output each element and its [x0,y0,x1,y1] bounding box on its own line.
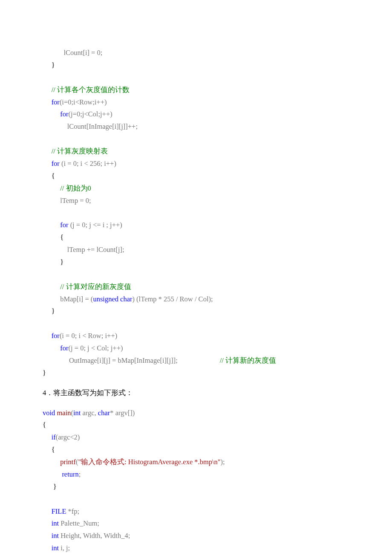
code-block-2: void main(int argc, char* argv[]) { if(a… [43,407,349,555]
code-line: *fp; [66,507,79,515]
code-type: FILE [52,507,66,515]
code-keyword: char [120,295,132,303]
code-brace: { [60,233,63,241]
code-string: "输入命令格式: HistogramAverage.exe *.bmp\n" [78,458,220,466]
section-number: 4． [43,389,53,397]
code-line: lCount[InImage[i][j]]++; [67,122,138,130]
code-func: main [57,409,71,417]
code-keyword: int [52,544,59,552]
code-keyword: if [52,433,56,441]
code-comment: // 初始为0 [60,184,91,192]
code-line: lCount[i] = 0; [64,49,103,57]
code-comment: // 计算各个灰度值的计数 [52,86,130,94]
code-comment: // 计算新的灰度值 [220,356,276,364]
code-keyword: int [52,519,59,527]
code-func: printf [60,458,76,466]
code-keyword: unsigned [93,295,118,303]
code-line: Palette_Num; [59,519,99,527]
code-keyword: for [60,344,68,352]
code-line: (argc<2) [56,433,80,441]
code-keyword: int [52,532,59,540]
code-line: Height, Width, Width_4; [59,532,130,540]
code-line: argc, [81,409,98,417]
code-brace: } [52,61,55,69]
code-keyword: for [52,332,60,340]
code-keyword: for [60,110,68,118]
code-brace: } [53,483,57,491]
code-keyword: char [98,409,110,417]
code-line: bMap[i] = ( [60,295,93,303]
code-line: lTemp = 0; [60,197,91,205]
code-comment: // 计算灰度映射表 [52,147,108,155]
code-block-1: lCount[i] = 0; } // 计算各个灰度值的计数 for(i=0;i… [43,47,349,379]
code-keyword: return [62,470,78,478]
section-heading: 4．将主函数写为如下形式： [43,387,349,399]
code-keyword: int [73,409,81,417]
code-brace: { [52,172,55,180]
code-keyword: for [52,98,60,106]
code-line: (j=0;j<Col;j++) [69,110,112,118]
code-line: ); [221,458,225,466]
code-keyword: void [43,409,55,417]
code-brace: { [43,421,46,429]
code-line: i, j; [59,544,70,552]
code-line: ; [79,470,81,478]
code-line: (i=0;i<Row;i++) [60,98,107,106]
code-comment: // 计算对应的新灰度值 [60,283,131,291]
code-line: * argv[]) [110,409,135,417]
code-line: (j = 0; j <= i ; j++) [69,221,122,229]
document-page: lCount[i] = 0; } // 计算各个灰度值的计数 for(i=0;i… [0,0,392,555]
code-line: (i = 0; i < Row; i++) [60,332,117,340]
code-line: (j = 0; j < Col; j++) [69,344,123,352]
code-brace: } [60,258,63,266]
code-brace: { [52,445,55,454]
code-brace: } [43,369,46,377]
code-line: (i = 0; i < 256; i++) [60,159,116,168]
code-line: ) (lTemp * 255 / Row / Col); [133,295,213,303]
code-brace: } [52,307,55,315]
section-text: 将主函数写为如下形式： [53,389,133,397]
code-line: OutImage[i][j] = bMap[InImage[i][j]]; [69,356,178,364]
code-keyword: for [52,159,60,168]
code-keyword: for [60,221,68,229]
code-line: lTemp += lCount[j]; [67,246,124,254]
